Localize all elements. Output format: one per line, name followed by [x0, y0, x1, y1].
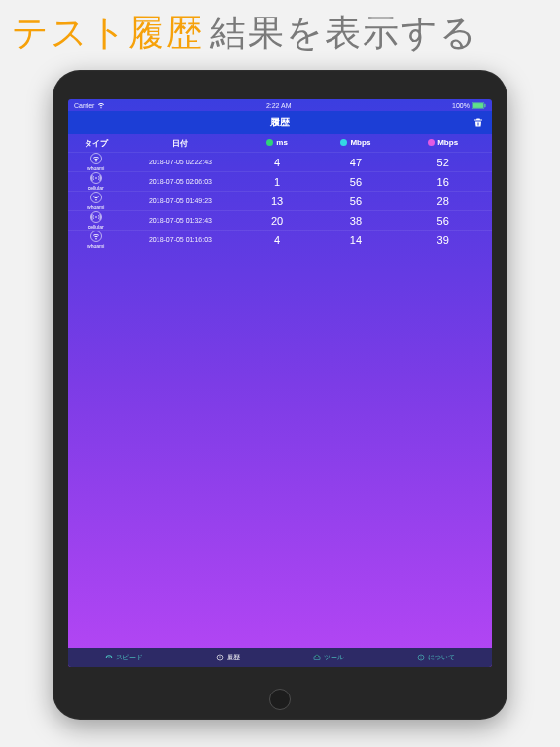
clock-icon [216, 654, 224, 661]
wifi-icon [90, 153, 102, 164]
col-type: タイプ [74, 138, 118, 149]
wifi-icon [90, 192, 102, 203]
svg-rect-11 [314, 657, 320, 660]
tab-about[interactable]: について [417, 654, 455, 662]
toolbox-icon [313, 654, 321, 661]
headline-rest: 結果を表示する [210, 13, 478, 53]
headline-accent: テスト履歴 [12, 13, 204, 53]
row-ms: 4 [243, 157, 312, 168]
row-up: 56 [400, 215, 486, 227]
device-frame: Carrier 2:22 AM 100% 履歴 タイプ 日付 ms Mbps M… [52, 70, 508, 720]
page-headline: テスト履歴結果を表示する [0, 0, 560, 67]
gauge-icon [105, 654, 113, 661]
table-row[interactable]: whoami2018-07-05 01:16:0341439 [68, 230, 492, 249]
row-down: 14 [312, 234, 401, 246]
download-dot-icon [340, 139, 347, 146]
row-date: 2018-07-05 01:32:43 [118, 217, 242, 224]
status-battery-pct: 100% [452, 102, 470, 109]
row-up: 16 [400, 176, 486, 188]
table-row[interactable]: whoami2018-07-05 01:49:23135628 [68, 191, 492, 210]
row-up: 39 [400, 234, 486, 246]
svg-rect-1 [473, 103, 483, 108]
svg-rect-2 [484, 103, 485, 106]
svg-point-13 [421, 656, 422, 657]
row-net-label: whoami [88, 243, 104, 249]
wifi-icon [97, 101, 105, 109]
row-down: 56 [312, 196, 401, 207]
col-up: Mbps [438, 138, 458, 147]
tab-history-label: 履歴 [227, 654, 240, 662]
row-date: 2018-07-05 02:22:43 [118, 159, 242, 165]
col-ms: ms [276, 138, 288, 147]
tab-history[interactable]: 履歴 [216, 654, 240, 662]
col-date: 日付 [118, 138, 242, 149]
table-row[interactable]: cellular2018-07-05 02:06:0315616 [68, 171, 492, 191]
tab-tools-label: ツール [324, 654, 344, 662]
tab-speed-label: スピード [116, 654, 143, 662]
app-screen: Carrier 2:22 AM 100% 履歴 タイプ 日付 ms Mbps M… [68, 99, 492, 667]
status-bar: Carrier 2:22 AM 100% [68, 99, 492, 111]
row-up: 52 [400, 157, 486, 168]
row-ms: 1 [243, 176, 312, 188]
row-down: 47 [312, 157, 401, 168]
row-up: 28 [400, 196, 486, 207]
row-net-label: whoami [88, 165, 104, 171]
battery-icon [472, 102, 486, 109]
cellular-icon [90, 211, 102, 223]
trash-icon[interactable] [472, 117, 484, 128]
row-ms: 4 [243, 234, 312, 246]
row-down: 56 [312, 176, 401, 188]
status-carrier: Carrier [74, 102, 94, 109]
row-net-label: cellular [88, 185, 104, 191]
tab-about-label: について [428, 654, 455, 662]
row-ms: 13 [243, 196, 312, 207]
tab-bar: スピード 履歴 ツール について [68, 648, 492, 667]
status-time: 2:22 AM [266, 102, 292, 109]
row-net-label: whoami [88, 204, 104, 210]
home-button[interactable] [269, 689, 291, 710]
navbar: 履歴 [68, 111, 492, 134]
row-down: 38 [312, 215, 401, 227]
svg-point-5 [95, 177, 97, 179]
row-date: 2018-07-05 02:06:03 [118, 178, 242, 185]
tab-speed[interactable]: スピード [105, 654, 143, 662]
ping-dot-icon [266, 139, 273, 146]
table-header: タイプ 日付 ms Mbps Mbps [68, 134, 492, 152]
svg-point-8 [95, 216, 97, 218]
table-body: whoami2018-07-05 02:22:4344752cellular20… [68, 152, 492, 249]
wifi-icon [90, 231, 102, 242]
svg-rect-14 [421, 658, 422, 659]
table-row[interactable]: whoami2018-07-05 02:22:4344752 [68, 152, 492, 171]
row-date: 2018-07-05 01:16:03 [118, 236, 242, 243]
table-row[interactable]: cellular2018-07-05 01:32:43203856 [68, 210, 492, 230]
row-net-label: cellular [88, 224, 104, 230]
col-down: Mbps [350, 138, 370, 147]
tab-tools[interactable]: ツール [313, 654, 344, 662]
navbar-title: 履歴 [270, 116, 290, 129]
cellular-icon [90, 172, 102, 184]
info-icon [417, 654, 425, 661]
row-ms: 20 [243, 215, 312, 227]
upload-dot-icon [428, 139, 435, 146]
row-date: 2018-07-05 01:49:23 [118, 197, 242, 204]
